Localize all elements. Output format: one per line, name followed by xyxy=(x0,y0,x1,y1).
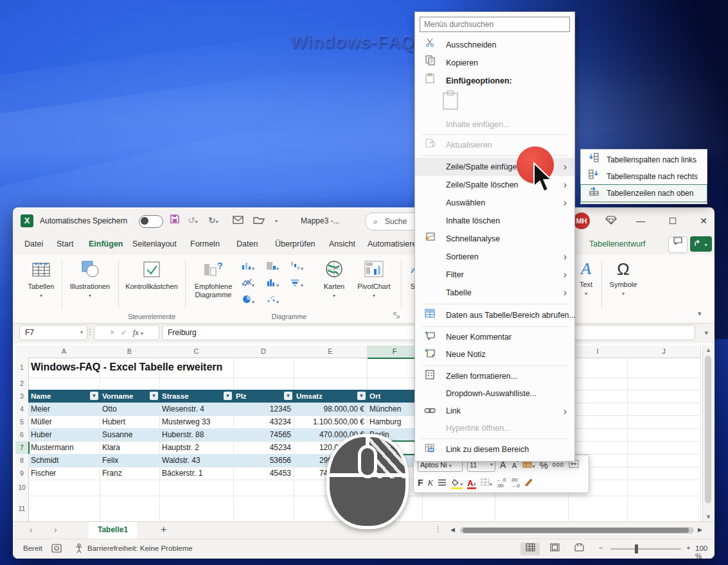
diamond-icon[interactable] xyxy=(605,215,617,227)
tables-button[interactable]: Tabellen▾ xyxy=(24,260,58,300)
bar-chart-icon[interactable]: ▾ xyxy=(266,278,279,288)
filter-dropdown-icon[interactable]: ▼ xyxy=(284,392,292,400)
undo-icon[interactable]: ↺▾ xyxy=(188,215,198,225)
table-cell[interactable]: 98.000,00 € xyxy=(294,403,367,415)
table-cell[interactable]: 1.100.500,00 € xyxy=(294,415,367,428)
increase-decimal-icon[interactable]: ←.0.00 xyxy=(497,477,506,489)
filter-dropdown-icon[interactable]: ▼ xyxy=(224,392,232,400)
table-cell[interactable]: Felix xyxy=(100,454,159,467)
menu-item-filter[interactable]: Filter xyxy=(415,266,574,284)
column-chart-icon[interactable]: ▾ xyxy=(242,261,254,272)
column-header-e[interactable]: E xyxy=(294,345,368,358)
submenu-item-spalten-links[interactable]: Tabellenspalten nach links xyxy=(581,152,707,168)
menu-search-input[interactable] xyxy=(420,17,570,32)
table-cell[interactable]: Waldstr. 43 xyxy=(159,454,233,467)
tab-seitenlayout[interactable]: Seitenlayout xyxy=(130,234,179,255)
scroll-left-icon[interactable]: ◀ xyxy=(450,526,455,533)
expand-formula-bar-chevron-icon[interactable]: ▾ xyxy=(704,329,708,337)
row-header-10[interactable]: 10 xyxy=(15,480,29,496)
row-header-9[interactable]: 9 xyxy=(15,467,29,480)
menu-item-tabelle[interactable]: Tabelle xyxy=(415,284,574,302)
menu-item-neuer-kommentar[interactable]: Neuer Kommentar xyxy=(415,329,574,346)
cancel-entry-icon[interactable]: × xyxy=(110,328,114,337)
scatter-dots-icon[interactable]: ▾ xyxy=(266,295,279,305)
zoom-slider-track[interactable] xyxy=(610,548,681,550)
confirm-entry-icon[interactable]: ✓ xyxy=(120,328,127,337)
zoom-out-icon[interactable]: − xyxy=(599,544,603,552)
tab-tabellenentwurf[interactable]: Tabellenentwurf xyxy=(587,234,648,255)
table-cell[interactable]: Hauptstr. 2 xyxy=(159,441,233,454)
quick-access-chevron-icon[interactable]: ▾ xyxy=(275,218,278,224)
borders-icon[interactable]: ▾ xyxy=(481,478,492,488)
comment-button[interactable] xyxy=(668,236,688,253)
scroll-up-icon[interactable]: ▲ xyxy=(706,347,711,353)
select-all-corner[interactable] xyxy=(15,345,29,358)
table-cell[interactable]: Otto xyxy=(100,403,159,415)
table-header-umsatz[interactable]: Umsatz▼ xyxy=(294,390,367,403)
close-button[interactable]: ✕ xyxy=(694,213,713,229)
accessibility-icon[interactable] xyxy=(75,543,84,555)
table-cell[interactable]: 12345 xyxy=(233,403,294,415)
column-header-d[interactable]: D xyxy=(233,345,294,358)
table-cell[interactable]: Huber xyxy=(28,428,100,441)
scroll-down-icon[interactable]: ▼ xyxy=(706,514,711,520)
menu-item-ausschneiden[interactable]: Ausschneiden xyxy=(415,36,574,54)
format-painter-icon[interactable] xyxy=(524,478,533,488)
zoom-level[interactable]: 100 % xyxy=(695,544,715,559)
filter-dropdown-icon[interactable]: ▼ xyxy=(90,392,98,400)
treemap-chart-icon[interactable]: ▾ xyxy=(266,261,279,272)
table-cell[interactable]: Fischer xyxy=(28,467,100,480)
name-box[interactable]: F7 ▾ xyxy=(19,325,87,340)
row-header-4[interactable]: 4 xyxy=(15,403,29,416)
table-cell[interactable]: 45234 xyxy=(233,441,294,454)
comma-style-icon[interactable]: 000 xyxy=(553,462,564,468)
table-header-name[interactable]: Name▼ xyxy=(28,390,100,403)
italic-button[interactable]: K xyxy=(428,478,434,488)
table-cell[interactable]: Franz xyxy=(100,467,159,480)
paste-icon[interactable] xyxy=(442,90,459,112)
row-header-2[interactable]: 2 xyxy=(15,378,29,390)
scatter-chart-icon[interactable]: ▾ xyxy=(242,278,254,288)
tab-ueberpruefen[interactable]: Überprüfen xyxy=(272,234,318,255)
page-break-view-button[interactable] xyxy=(569,543,589,555)
decrease-decimal-icon[interactable]: .00→.0 xyxy=(510,477,520,489)
menu-item-link-zu-diesem-bereich[interactable]: Link zu diesem Bereich xyxy=(415,441,574,458)
pie-chart-icon[interactable]: ▾ xyxy=(242,295,254,305)
maximize-button[interactable]: ☐ xyxy=(663,213,682,229)
menu-item-auswaehlen[interactable]: Auswählen xyxy=(415,194,574,212)
row-header-7[interactable]: 7 xyxy=(15,441,30,455)
open-folder-icon[interactable] xyxy=(253,216,265,226)
next-sheet-icon[interactable]: › xyxy=(54,525,57,535)
row-header-1[interactable]: 1 xyxy=(15,358,29,378)
accessibility-status[interactable]: Barrierefreiheit: Keine Probleme xyxy=(87,544,193,552)
share-button[interactable]: ▾ xyxy=(690,236,712,252)
menu-item-dropdown-auswahlliste[interactable]: Dropdown-Auswahlliste... xyxy=(415,385,574,403)
table-cell[interactable]: Meier xyxy=(28,403,100,415)
align-icon[interactable] xyxy=(438,478,447,488)
table-cell[interactable]: Musterweg 33 xyxy=(159,415,233,428)
page-layout-view-button[interactable] xyxy=(545,543,564,555)
menu-item-kopieren[interactable]: Kopieren xyxy=(415,54,574,72)
pivotchart-button[interactable]: PivotChart▾ xyxy=(352,260,396,300)
table-cell[interactable]: 43234 xyxy=(233,415,294,428)
row-header-8[interactable]: 8 xyxy=(15,454,29,467)
menu-item-neue-notiz[interactable]: Neue Notiz xyxy=(415,346,574,363)
zoom-in-icon[interactable]: + xyxy=(686,544,691,552)
tab-formeln[interactable]: Formeln xyxy=(188,234,222,255)
horizontal-scrollbar[interactable] xyxy=(460,527,694,534)
table-cell[interactable]: Susanne xyxy=(100,428,159,441)
illustrations-button[interactable]: Illustrationen▾ xyxy=(66,260,114,300)
fill-color-icon[interactable]: ▾ xyxy=(451,478,463,488)
table-cell[interactable]: Bäckerstr. 1 xyxy=(159,467,233,480)
menu-item-inhalte-loeschen[interactable]: Inhalte löschen xyxy=(415,212,574,230)
autosave-toggle[interactable] xyxy=(139,215,163,228)
zoom-slider-thumb[interactable] xyxy=(635,544,638,553)
text-button[interactable]: A Text▾ xyxy=(573,260,599,298)
column-header-j[interactable]: J xyxy=(627,345,701,358)
maps-button[interactable]: Karten▾ xyxy=(320,260,348,300)
dialog-launcher-icon[interactable] xyxy=(393,311,400,320)
vertical-scrollbar[interactable]: ▲ ▼ xyxy=(702,345,713,521)
row-header-3[interactable]: 3 xyxy=(15,390,29,403)
symbols-button[interactable]: Ω Symbole▾ xyxy=(605,260,641,298)
table-header-vorname[interactable]: Vorname▼ xyxy=(100,390,159,403)
